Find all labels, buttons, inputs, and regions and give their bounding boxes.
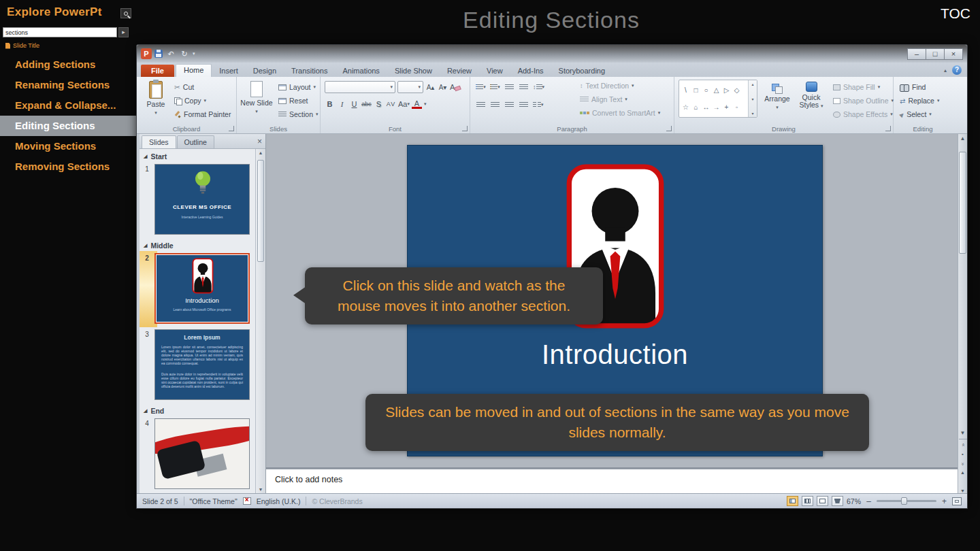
format-painter-button[interactable]: Format Painter <box>172 107 233 121</box>
tab-storyboarding[interactable]: Storyboarding <box>551 65 613 77</box>
font-size-combo[interactable]: ▾ <box>397 81 423 93</box>
columns-button[interactable]: ▾ <box>533 99 544 110</box>
sidebar-item-expand-collapse[interactable]: Expand & Collapse... <box>0 95 136 116</box>
increase-indent-button[interactable] <box>519 82 529 93</box>
bold-button[interactable]: B <box>325 99 335 110</box>
line-spacing-button[interactable]: ↕▾ <box>533 82 544 93</box>
section-header-middle[interactable]: ◢ Middle <box>140 238 255 251</box>
qat-dropdown-icon[interactable]: ▾ <box>193 51 195 56</box>
scroll-up-icon[interactable]: ▲ <box>958 134 968 144</box>
shapes-gallery[interactable]: \ □ ○ △ ▷ ◇ ☆ ⌂ ↔ → + ◦ ▴ ▾ ▾ <box>679 80 757 118</box>
shape-arrow-icon[interactable]: → <box>713 103 720 111</box>
help-icon[interactable]: ? <box>952 65 962 75</box>
zoom-in-button[interactable]: + <box>940 497 949 506</box>
panel-scroll-up-icon[interactable]: ▲ <box>259 150 263 155</box>
undo-icon[interactable]: ↶ <box>165 50 176 59</box>
shapes-more-icon[interactable]: ▾ <box>751 111 753 116</box>
italic-button[interactable]: I <box>337 99 347 110</box>
slide-3-thumbnail[interactable]: Lorem Ipsum Lorem ipsum dolor sit amet, … <box>154 329 250 400</box>
cut-button[interactable]: ✂Cut <box>172 80 233 94</box>
zoom-level[interactable]: 67% <box>847 497 861 505</box>
new-slide-button[interactable]: New Slide ▾ <box>240 79 274 115</box>
bullets-button[interactable]: ▾ <box>476 82 486 93</box>
section-header-end[interactable]: ◢ End <box>140 403 255 416</box>
shape-triangle-icon[interactable]: △ <box>713 86 720 94</box>
find-button[interactable]: Find <box>898 80 941 94</box>
panel-scrollbar[interactable]: ▲ ▼ <box>255 149 265 493</box>
align-left-button[interactable] <box>476 99 486 110</box>
paragraph-dialog-launcher-icon[interactable] <box>666 126 672 131</box>
underline-button[interactable]: U <box>349 99 359 110</box>
next-slide-button[interactable]: « <box>958 459 968 469</box>
scroll-track[interactable] <box>958 144 968 429</box>
clear-formatting-button[interactable]: A <box>450 82 461 93</box>
text-direction-button[interactable]: ↕Text Direction▾ <box>578 79 662 93</box>
shapes-scroll-up-icon[interactable]: ▴ <box>751 82 753 86</box>
browse-object-button[interactable]: • <box>958 450 968 459</box>
shape-doublearrow-icon[interactable]: ↔ <box>702 103 710 111</box>
paste-button[interactable]: Paste▾ <box>142 79 169 116</box>
search-go-button[interactable]: ▸ <box>118 27 129 37</box>
close-button[interactable]: × <box>944 48 963 60</box>
spellcheck-icon[interactable] <box>243 497 251 505</box>
shape-diamond-icon[interactable]: ◇ <box>733 86 740 94</box>
shrink-font-button[interactable]: A▾ <box>438 82 448 93</box>
tab-transitions[interactable]: Transitions <box>284 65 335 77</box>
align-right-button[interactable] <box>504 99 514 110</box>
normal-view-button[interactable] <box>787 496 798 506</box>
shape-star-icon[interactable]: ☆ <box>682 103 689 111</box>
previous-slide-button[interactable]: « <box>958 440 968 450</box>
convert-smartart-button[interactable]: Convert to SmartArt▾ <box>578 106 662 120</box>
tab-slide-show[interactable]: Slide Show <box>387 65 440 77</box>
tab-review[interactable]: Review <box>440 65 479 77</box>
scroll-thumb[interactable] <box>959 152 966 254</box>
shapes-gallery-scrollbar[interactable]: ▴ ▾ ▾ <box>748 80 757 117</box>
shape-arrowhead-icon[interactable]: ▷ <box>723 86 730 94</box>
search-icon[interactable] <box>120 8 131 18</box>
copy-button[interactable]: Copy▾ <box>172 94 233 107</box>
change-case-button[interactable]: Aa▾ <box>398 99 410 110</box>
zoom-slider-thumb[interactable] <box>901 497 907 505</box>
panel-scroll-thumb[interactable] <box>257 160 264 262</box>
tab-animations[interactable]: Animations <box>335 65 387 77</box>
section-header-start[interactable]: ◢ Start <box>140 149 255 162</box>
close-panel-icon[interactable]: × <box>257 137 262 146</box>
font-name-combo[interactable]: ▾ <box>325 81 395 93</box>
replace-button[interactable]: ⇄Replace▾ <box>898 94 941 107</box>
slide-sorter-button[interactable] <box>802 496 813 506</box>
fit-to-window-button[interactable] <box>952 497 962 505</box>
panel-scroll-down-icon[interactable]: ▼ <box>259 487 263 492</box>
slideshow-view-button[interactable] <box>832 496 843 506</box>
character-spacing-button[interactable]: AV <box>386 99 396 110</box>
tab-home[interactable]: Home <box>176 64 212 77</box>
font-color-button[interactable]: A <box>412 99 422 109</box>
tab-insert[interactable]: Insert <box>212 65 246 77</box>
tab-view[interactable]: View <box>479 65 510 77</box>
sidebar-item-editing-sections[interactable]: Editing Sections <box>0 116 136 136</box>
search-input[interactable] <box>3 27 117 37</box>
slide-4-thumbnail[interactable] <box>154 418 250 489</box>
tab-design[interactable]: Design <box>246 65 284 77</box>
tab-slides-panel[interactable]: Slides <box>142 135 176 148</box>
section-button[interactable]: Section▾ <box>276 107 321 121</box>
strikethrough-button[interactable]: abc <box>361 99 372 110</box>
align-text-button[interactable]: Align Text▾ <box>578 93 662 106</box>
shape-effects-button[interactable]: Shape Effects▾ <box>831 107 896 121</box>
decrease-indent-button[interactable] <box>504 82 514 93</box>
redo-icon[interactable]: ↻ <box>179 50 190 59</box>
reading-view-button[interactable] <box>817 496 828 506</box>
zoom-slider[interactable] <box>877 500 936 502</box>
justify-button[interactable] <box>519 99 529 110</box>
numbering-button[interactable]: ▾ <box>490 82 500 93</box>
shapes-scroll-down-icon[interactable]: ▾ <box>751 97 753 101</box>
tab-outline-panel[interactable]: Outline <box>177 135 214 148</box>
sidebar-item-moving-sections[interactable]: Moving Sections <box>0 136 136 156</box>
layout-button[interactable]: Layout▾ <box>276 80 321 94</box>
reset-button[interactable]: Reset <box>276 94 321 107</box>
sidebar-item-renaming-sections[interactable]: Renaming Sections <box>0 75 136 95</box>
zoom-out-button[interactable]: – <box>864 497 873 506</box>
slide-scrollbar[interactable]: ▲ ▼ « • « <box>958 134 967 469</box>
drawing-dialog-launcher-icon[interactable] <box>885 126 891 131</box>
scroll-down-icon[interactable]: ▼ <box>958 429 968 438</box>
shape-line-icon[interactable]: \ <box>682 86 689 94</box>
